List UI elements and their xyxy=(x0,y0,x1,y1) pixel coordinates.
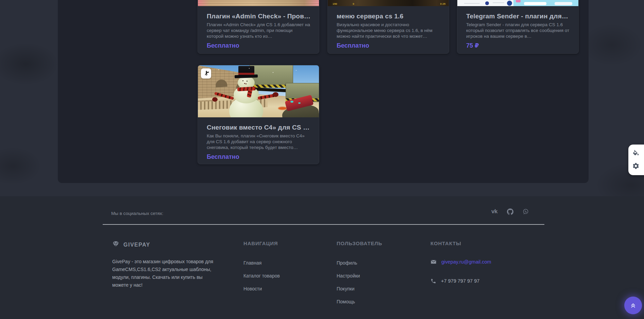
footer-brand-column: GIVEPAY GivePay - это магазин цифровых т… xyxy=(112,240,214,289)
contact-email-link[interactable]: givepay.ru@gmail.com xyxy=(441,259,491,265)
social-label: Мы в социальных сетях: xyxy=(111,211,163,216)
contacts-heading: КОНТАКТЫ xyxy=(430,240,491,246)
nav-heading: НАВИГАЦИЯ xyxy=(243,240,280,246)
cs-icon xyxy=(201,68,211,79)
product-card[interactable]: Telegram Sender - плагин для… Telegram S… xyxy=(457,0,579,54)
brand-description: GivePay - это магазин цифровых товаров д… xyxy=(112,258,214,289)
site-footer: Мы в социальных сетях: vk xyxy=(0,196,644,319)
product-image xyxy=(457,0,578,6)
contact-phone: +7 979 797 97 97 xyxy=(441,278,479,284)
product-image xyxy=(198,65,319,117)
appearance-widget xyxy=(628,145,644,175)
gear-icon[interactable] xyxy=(632,162,640,170)
user-heading: ПОЛЬЗОВАТЕЛЬ xyxy=(337,240,382,246)
footer-nav-column: НАВИГАЦИЯ Главная Каталог товаров Новост… xyxy=(243,240,280,299)
footer-link-home[interactable]: Главная xyxy=(243,260,261,266)
social-links: vk xyxy=(491,208,529,215)
footer-link-news[interactable]: Новости xyxy=(243,286,262,291)
footer-divider xyxy=(103,224,544,225)
product-description: Визуально красивое и достаточно функцион… xyxy=(337,22,440,39)
product-card[interactable]: Снеговик вместо C4» для CS … Как Вы поня… xyxy=(198,65,319,164)
product-title[interactable]: Telegram Sender - плагин для… xyxy=(466,12,570,20)
footer-user-column: ПОЛЬЗОВАТЕЛЬ Профиль Настройки Покупки П… xyxy=(337,240,382,312)
double-chevron-up-icon xyxy=(629,301,637,310)
product-title[interactable]: меню сервера cs 1.6 xyxy=(337,12,440,20)
footer-contacts-column: КОНТАКТЫ givepay.ru@gmail.com +7 979 797… xyxy=(430,240,491,284)
cs-hud-overlay: 150 0 0 25 xyxy=(333,2,445,5)
whatsapp-icon[interactable] xyxy=(522,208,529,215)
envelope-icon xyxy=(430,259,437,265)
product-price: 75 ₽ xyxy=(466,42,570,49)
vk-icon[interactable]: vk xyxy=(491,208,498,215)
gem-icon xyxy=(112,240,119,249)
product-description: Как Вы поняли, плагин «Снеговик вместо C… xyxy=(207,133,310,150)
product-description: Плагин «Admin Check» для CS 1.6 добавляе… xyxy=(207,22,310,39)
scroll-to-top-button[interactable] xyxy=(624,297,642,314)
product-price: Бесплатно xyxy=(337,42,440,49)
catalog-panel: admin : /admin ADMINS ONLINE: admin Плаг… xyxy=(58,0,589,183)
product-title[interactable]: Плагин «Admin Check» - Пров… xyxy=(207,12,310,20)
product-title[interactable]: Снеговик вместо C4» для CS … xyxy=(207,123,310,132)
footer-link-help[interactable]: Помощь xyxy=(337,299,355,304)
footer-link-settings[interactable]: Настройки xyxy=(337,273,360,279)
product-image: 150 0 0 25 xyxy=(328,0,449,6)
footer-link-profile[interactable]: Профиль xyxy=(337,260,357,266)
product-price: Бесплатно xyxy=(207,42,310,49)
product-image: admin : /admin ADMINS ONLINE: admin xyxy=(198,0,319,6)
github-icon[interactable] xyxy=(506,208,514,215)
product-card[interactable]: 150 0 0 25 меню сервера cs 1.6 Визуально… xyxy=(327,0,449,54)
product-card[interactable]: admin : /admin ADMINS ONLINE: admin Плаг… xyxy=(198,0,319,54)
product-price: Бесплатно xyxy=(207,153,310,161)
footer-link-catalog[interactable]: Каталог товаров xyxy=(243,273,280,279)
footer-link-purchases[interactable]: Покупки xyxy=(337,286,355,291)
paint-bucket-icon[interactable] xyxy=(632,150,640,157)
phone-icon xyxy=(430,278,436,284)
brand-name: GIVEPAY xyxy=(123,242,150,248)
cs-chat-overlay: admin : /admin ADMINS ONLINE: admin xyxy=(201,0,232,6)
product-description: Telegram Sender - плагин для сервера CS … xyxy=(466,22,570,39)
